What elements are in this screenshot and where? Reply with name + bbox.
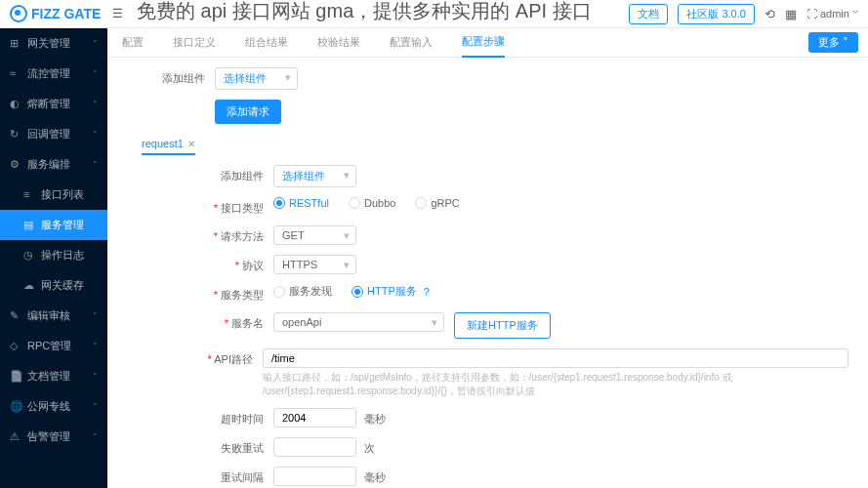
tab-1[interactable]: 接口定义	[173, 28, 216, 57]
interface-radio-grpc[interactable]: gRPC	[415, 197, 459, 209]
retry-label: 失败重试	[186, 437, 273, 456]
timeout-input[interactable]	[273, 408, 356, 427]
menu-icon: ☁	[23, 279, 35, 292]
create-http-button[interactable]: 新建HTTP服务	[454, 312, 551, 339]
tab-3[interactable]: 校验结果	[317, 28, 360, 57]
service-discovery-radio[interactable]: 服务发现	[273, 284, 332, 299]
menu-toggle-icon[interactable]: ☰	[112, 7, 123, 20]
sidebar: ⊞网关管理˅≈流控管理˅◐熔断管理˅↻回调管理˅⚙服务编排˄≡接口列表▤服务管理…	[0, 28, 107, 488]
chevron-icon: ˅	[93, 372, 98, 382]
refresh-icon[interactable]: ⟲	[765, 7, 775, 21]
sidebar-item-7[interactable]: ◷操作日志	[0, 240, 107, 270]
tab-2[interactable]: 组合结果	[245, 28, 288, 57]
sidebar-item-12[interactable]: 🌐公网专线˅	[0, 391, 107, 422]
menu-icon: 🌐	[10, 400, 21, 413]
api-path-label: API路径	[186, 348, 263, 367]
menu-icon: ◇	[10, 340, 21, 352]
protocol-select[interactable]: HTTPS	[273, 255, 356, 274]
logo-icon	[10, 5, 27, 22]
tab-5[interactable]: 配置步骤	[462, 28, 505, 58]
more-button[interactable]: 更多 ˅	[808, 32, 858, 53]
version-button[interactable]: 社区版 3.0.0	[678, 4, 755, 24]
method-label: 请求方法	[186, 225, 273, 244]
close-icon[interactable]: ✕	[187, 139, 195, 149]
service-name-select[interactable]: openApi	[273, 312, 444, 332]
sidebar-item-2[interactable]: ◐熔断管理˅	[0, 89, 107, 119]
times-suffix: 次	[364, 437, 375, 456]
menu-icon: 📄	[10, 370, 21, 383]
overlay-banner: 免费的 api 接口网站 gma，提供多种实用的 API 接口	[137, 0, 592, 24]
help-icon[interactable]: ?	[424, 286, 430, 298]
chevron-icon: ˅	[93, 342, 98, 351]
add-component-label: 添加组件	[127, 67, 215, 86]
chevron-icon: ˅	[93, 39, 98, 49]
apps-icon[interactable]: ▦	[785, 7, 797, 21]
add-component-label-2: 添加组件	[186, 165, 273, 183]
timeout-label: 超时时间	[186, 408, 273, 427]
menu-icon: ⚙	[10, 158, 21, 171]
menu-icon: ◷	[23, 249, 35, 262]
app-logo: FIZZ GATE	[10, 5, 101, 22]
component-select-2[interactable]: 选择组件	[273, 165, 356, 187]
sidebar-item-13[interactable]: ⚠告警管理˅	[0, 422, 107, 452]
retry-interval-input[interactable]	[273, 467, 356, 486]
interface-radio-dubbo[interactable]: Dubbo	[349, 197, 395, 209]
api-path-hint: 输入接口路径，如：/api/getMsInfo，路径支持引用参数，如：/user…	[263, 371, 848, 398]
sidebar-item-3[interactable]: ↻回调管理˅	[0, 119, 107, 149]
tab-0[interactable]: 配置	[122, 28, 144, 57]
sidebar-item-8[interactable]: ☁网关缓存	[0, 270, 107, 301]
user-menu[interactable]: ⛶ admin ˅	[806, 8, 858, 20]
menu-icon: ↻	[10, 128, 21, 141]
sidebar-item-0[interactable]: ⊞网关管理˅	[0, 28, 107, 59]
ms-suffix-2: 毫秒	[364, 467, 386, 485]
sidebar-item-10[interactable]: ◇RPC管理˅	[0, 331, 107, 361]
method-select[interactable]: GET	[273, 225, 356, 245]
chevron-icon: ˅	[93, 100, 98, 109]
api-path-input[interactable]	[263, 348, 848, 368]
chevron-icon: ˅	[93, 69, 98, 79]
chevron-icon: ˅	[93, 432, 98, 442]
http-service-radio[interactable]: HTTP服务?	[351, 284, 430, 299]
content-tabs: 配置接口定义组合结果校验结果配置输入配置步骤更多 ˅	[107, 28, 868, 58]
sidebar-item-6[interactable]: ▤服务管理	[0, 210, 107, 240]
menu-icon: ≡	[23, 188, 35, 200]
sidebar-item-5[interactable]: ≡接口列表	[0, 180, 107, 210]
sidebar-item-4[interactable]: ⚙服务编排˄	[0, 149, 107, 180]
request-tab[interactable]: request1✕	[142, 134, 195, 155]
chevron-icon: ˄	[93, 160, 98, 170]
menu-icon: ◐	[10, 98, 21, 110]
chevron-icon: ˅	[93, 311, 98, 321]
service-name-label: 服务名	[186, 312, 273, 331]
chevron-icon: ˅	[93, 402, 98, 412]
menu-icon: ⚠	[10, 430, 21, 443]
chevron-icon: ˅	[93, 130, 98, 140]
menu-icon: ▤	[23, 219, 35, 231]
sidebar-item-11[interactable]: 📄文档管理˅	[0, 361, 107, 391]
doc-button[interactable]: 文档	[629, 4, 668, 24]
protocol-label: 协议	[186, 255, 273, 273]
service-type-label: 服务类型	[186, 284, 273, 303]
menu-icon: ⊞	[10, 37, 21, 50]
menu-icon: ≈	[10, 67, 21, 79]
add-request-button[interactable]: 添加请求	[215, 100, 281, 124]
retry-interval-label: 重试间隔	[186, 467, 273, 485]
interface-radio-restful[interactable]: RESTful	[273, 197, 329, 209]
component-select[interactable]: 选择组件	[215, 67, 298, 90]
tab-4[interactable]: 配置输入	[390, 28, 433, 57]
sidebar-item-1[interactable]: ≈流控管理˅	[0, 59, 107, 89]
ms-suffix: 毫秒	[364, 408, 386, 427]
logo-text: FIZZ GATE	[31, 6, 101, 21]
menu-icon: ✎	[10, 309, 21, 322]
sidebar-item-9[interactable]: ✎编辑审核˅	[0, 301, 107, 331]
retry-input[interactable]	[273, 437, 356, 457]
interface-type-label: 接口类型	[186, 197, 273, 216]
